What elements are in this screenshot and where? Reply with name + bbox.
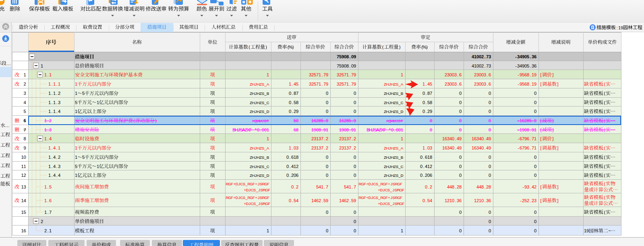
svg-text:0: 0 [459, 155, 462, 160]
svg-text:8: 8 [23, 136, 26, 141]
svg-text:10: 10 [21, 155, 26, 160]
svg-text:0: 0 [326, 100, 328, 105]
svg-text:23003.6: 23003.6 [445, 72, 462, 77]
svg-text:ZHJHZS_D: ZHJHZS_D [384, 109, 404, 114]
svg-text:~: ~ [608, 228, 611, 233]
svg-text:541.7: 541.7 [316, 184, 328, 189]
svg-text:0: 0 [354, 109, 356, 114]
svg-text:-252.23: -252.23 [520, 198, 536, 203]
svg-text:+DJCS_JSRGF: +DJCS_JSRGF [378, 201, 404, 206]
svg-text:0.87: 0.87 [422, 91, 432, 96]
svg-text:0: 0 [459, 173, 462, 178]
svg-text:0: 0 [489, 210, 491, 215]
svg-text:0: 0 [489, 100, 491, 105]
svg-text:1.1.2: 1.1.2 [48, 91, 60, 96]
svg-text:(: ( [248, 45, 250, 49]
svg-text:(: ( [604, 109, 605, 114]
svg-text:0: 0 [534, 210, 536, 215]
svg-text:1.1: 1.1 [44, 72, 52, 77]
svg-text:0.206: 0.206 [420, 173, 432, 178]
svg-text:1: 1 [267, 72, 269, 77]
svg-text:1: 1 [75, 91, 77, 96]
svg-text:0: 0 [354, 164, 356, 169]
svg-text:1: 1 [401, 228, 403, 233]
svg-text:16: 16 [21, 228, 26, 233]
svg-text:0: 0 [534, 100, 536, 105]
svg-text:]: ] [557, 146, 558, 150]
svg-text:ZHJHZS_B: ZHJHZS_B [250, 155, 269, 160]
svg-text:(: ( [604, 91, 605, 96]
svg-text:12: 12 [21, 173, 26, 178]
svg-text:0: 0 [489, 164, 491, 169]
svg-text:ZHJHZS_C: ZHJHZS_C [250, 164, 269, 169]
svg-text:0.412: 0.412 [420, 164, 432, 169]
svg-text:0: 0 [534, 173, 536, 178]
svg-text:0: 0 [326, 155, 328, 160]
svg-text:0: 0 [534, 228, 536, 233]
svg-text:23137.2: 23137.2 [311, 146, 328, 150]
svg-text:6: 6 [23, 118, 26, 123]
svg-text:0: 0 [489, 228, 491, 233]
svg-text:): ) [265, 45, 267, 49]
svg-text:0.2: 0.2 [425, 184, 432, 189]
svg-text:1.4.2: 1.4.2 [48, 155, 60, 160]
svg-text:(%): (%) [288, 45, 294, 49]
svg-text:(: ( [604, 181, 605, 186]
svg-text:1.1.3: 1.1.3 [48, 100, 60, 105]
svg-text:1.03: 1.03 [289, 146, 298, 150]
svg-text:1.1.4: 1.1.4 [48, 109, 60, 114]
svg-text:448.28: 448.28 [476, 184, 491, 189]
svg-text:16340.49: 16340.49 [472, 146, 491, 150]
svg-text:0: 0 [534, 155, 536, 160]
svg-text:0: 0 [459, 91, 462, 96]
svg-text:-6796.71: -6796.71 [518, 136, 536, 141]
svg-text:1.6: 1.6 [44, 198, 52, 203]
svg-text:-34905.36: -34905.36 [515, 54, 536, 59]
svg-text:0.58: 0.58 [422, 100, 432, 105]
svg-text:32571.79: 32571.79 [309, 82, 328, 86]
svg-text:0.2: 0.2 [291, 184, 298, 189]
svg-text:1: 1 [267, 228, 269, 233]
svg-text:1: 1 [41, 64, 43, 68]
svg-text:0: 0 [459, 109, 462, 114]
svg-text:0: 0 [326, 164, 328, 169]
svg-text:1: 1 [75, 82, 77, 86]
svg-text:RGF+DJCS_RGF+JSRGF: RGF+DJCS_RGF+JSRGF [359, 195, 403, 200]
svg-text:ZHJHZS_A: ZHJHZS_A [250, 82, 269, 86]
svg-text:23003.6: 23003.6 [445, 82, 462, 86]
svg-text:]: ] [557, 82, 558, 86]
svg-text:0: 0 [326, 210, 328, 215]
svg-text:AQWMJBF: AQWMJBF [386, 119, 403, 123]
svg-text:-9568.19: -9568.19 [518, 82, 536, 86]
svg-text:23137.2: 23137.2 [339, 136, 356, 141]
svg-text:-9568.19: -9568.19 [518, 72, 536, 77]
svg-text:ZHJHZS_A: ZHJHZS_A [384, 82, 404, 86]
svg-text:]: ] [557, 184, 558, 189]
svg-text:0: 0 [354, 155, 356, 160]
svg-text:0: 0 [354, 210, 356, 215]
svg-text:1: 1 [401, 136, 403, 141]
svg-text:): ) [399, 45, 401, 49]
svg-text:75908.09: 75908.09 [337, 54, 356, 59]
svg-text:0: 0 [354, 228, 356, 233]
svg-text::19: :19 [616, 25, 623, 30]
svg-text:ZHJHZS_B: ZHJHZS_B [250, 91, 269, 96]
svg-text:0: 0 [459, 100, 462, 105]
svg-text:0.29: 0.29 [289, 109, 298, 114]
svg-text:448.28: 448.28 [447, 184, 462, 189]
svg-text:1: 1 [75, 109, 77, 114]
svg-text:541.7: 541.7 [344, 184, 356, 189]
svg-text:(: ( [604, 195, 605, 200]
svg-text:+DJCS_JSRGF: +DJCS_JSRGF [244, 188, 270, 192]
svg-text:+DJCS_JSRGF: +DJCS_JSRGF [244, 201, 270, 206]
svg-text:(: ( [604, 146, 605, 150]
svg-text:0.618: 0.618 [420, 155, 432, 160]
svg-text:-34905.36: -34905.36 [515, 64, 536, 68]
svg-text:ZHJHZS_D: ZHJHZS_D [384, 173, 404, 178]
svg-text:0: 0 [459, 210, 462, 215]
svg-text:15: 15 [21, 210, 26, 215]
svg-text:1: 1 [401, 72, 403, 77]
svg-text:3: 3 [23, 91, 26, 96]
svg-text:0: 0 [354, 100, 356, 105]
svg-text:1462.59: 1462.59 [339, 198, 356, 203]
